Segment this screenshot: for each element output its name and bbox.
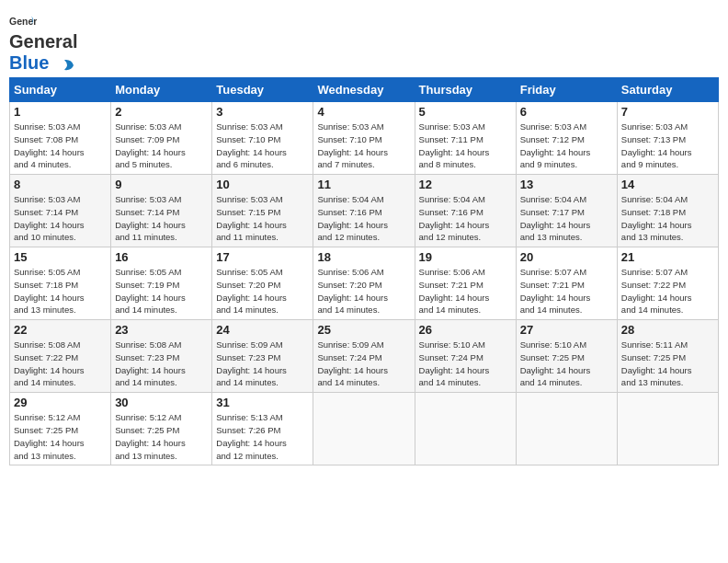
calendar-table: SundayMondayTuesdayWednesdayThursdayFrid… (9, 77, 719, 465)
day-info: Sunrise: 5:05 AM Sunset: 7:20 PM Dayligh… (216, 267, 287, 315)
day-number: 13 (520, 178, 613, 191)
day-info: Sunrise: 5:03 AM Sunset: 7:12 PM Dayligh… (520, 121, 591, 169)
day-number: 17 (216, 250, 309, 264)
day-number: 6 (520, 105, 613, 119)
calendar-cell: 21 Sunrise: 5:07 AM Sunset: 7:22 PM Dayl… (617, 247, 718, 320)
calendar-cell: 8 Sunrise: 5:03 AM Sunset: 7:14 PM Dayli… (10, 175, 111, 247)
day-number: 24 (216, 323, 309, 337)
day-number: 18 (317, 250, 410, 264)
weekday-header-friday: Friday (516, 78, 617, 102)
calendar-cell: 11 Sunrise: 5:04 AM Sunset: 7:16 PM Dayl… (313, 175, 415, 247)
calendar-cell: 10 Sunrise: 5:03 AM Sunset: 7:15 PM Dayl… (212, 175, 313, 247)
day-number: 1 (14, 105, 107, 119)
calendar-cell: 1 Sunrise: 5:03 AM Sunset: 7:08 PM Dayli… (10, 102, 111, 175)
day-number: 15 (14, 250, 107, 264)
day-info: Sunrise: 5:09 AM Sunset: 7:23 PM Dayligh… (216, 339, 287, 387)
calendar-cell: 14 Sunrise: 5:04 AM Sunset: 7:18 PM Dayl… (617, 175, 718, 247)
day-info: Sunrise: 5:03 AM Sunset: 7:08 PM Dayligh… (14, 121, 85, 169)
calendar-cell: 4 Sunrise: 5:03 AM Sunset: 7:10 PM Dayli… (313, 102, 415, 175)
calendar-cell: 25 Sunrise: 5:09 AM Sunset: 7:24 PM Dayl… (313, 320, 415, 393)
calendar-cell (313, 393, 415, 465)
calendar-week-row: 15 Sunrise: 5:05 AM Sunset: 7:18 PM Dayl… (10, 247, 719, 320)
calendar-cell: 6 Sunrise: 5:03 AM Sunset: 7:12 PM Dayli… (516, 102, 617, 175)
calendar-week-row: 29 Sunrise: 5:12 AM Sunset: 7:25 PM Dayl… (10, 393, 719, 465)
calendar-cell: 15 Sunrise: 5:05 AM Sunset: 7:18 PM Dayl… (10, 247, 111, 320)
day-info: Sunrise: 5:03 AM Sunset: 7:15 PM Dayligh… (216, 194, 287, 242)
logo: General General Blue (9, 15, 77, 74)
day-info: Sunrise: 5:04 AM Sunset: 7:17 PM Dayligh… (520, 194, 591, 242)
day-number: 5 (419, 105, 512, 119)
calendar-cell: 22 Sunrise: 5:08 AM Sunset: 7:22 PM Dayl… (10, 320, 111, 393)
calendar-cell: 30 Sunrise: 5:12 AM Sunset: 7:25 PM Dayl… (111, 393, 212, 465)
day-info: Sunrise: 5:03 AM Sunset: 7:10 PM Dayligh… (317, 121, 388, 169)
calendar-cell: 23 Sunrise: 5:08 AM Sunset: 7:23 PM Dayl… (111, 320, 212, 393)
calendar-cell: 17 Sunrise: 5:05 AM Sunset: 7:20 PM Dayl… (212, 247, 313, 320)
calendar-week-row: 8 Sunrise: 5:03 AM Sunset: 7:14 PM Dayli… (10, 175, 719, 247)
calendar-cell: 24 Sunrise: 5:09 AM Sunset: 7:23 PM Dayl… (212, 320, 313, 393)
day-info: Sunrise: 5:05 AM Sunset: 7:19 PM Dayligh… (115, 267, 186, 315)
day-number: 2 (115, 105, 208, 119)
day-number: 21 (621, 250, 714, 264)
day-number: 14 (621, 178, 714, 191)
calendar-cell: 18 Sunrise: 5:06 AM Sunset: 7:20 PM Dayl… (313, 247, 415, 320)
day-number: 28 (621, 323, 714, 337)
day-info: Sunrise: 5:04 AM Sunset: 7:18 PM Dayligh… (621, 194, 692, 242)
day-info: Sunrise: 5:12 AM Sunset: 7:25 PM Dayligh… (14, 412, 85, 460)
day-number: 7 (621, 105, 714, 119)
day-info: Sunrise: 5:07 AM Sunset: 7:22 PM Dayligh… (621, 267, 692, 315)
weekday-header-tuesday: Tuesday (212, 78, 313, 102)
day-info: Sunrise: 5:03 AM Sunset: 7:14 PM Dayligh… (14, 194, 85, 242)
day-number: 8 (14, 178, 107, 191)
day-info: Sunrise: 5:13 AM Sunset: 7:26 PM Dayligh… (216, 412, 287, 460)
calendar-cell (516, 393, 617, 465)
calendar-cell: 19 Sunrise: 5:06 AM Sunset: 7:21 PM Dayl… (415, 247, 516, 320)
day-info: Sunrise: 5:12 AM Sunset: 7:25 PM Dayligh… (115, 412, 186, 460)
day-info: Sunrise: 5:06 AM Sunset: 7:21 PM Dayligh… (419, 267, 490, 315)
day-info: Sunrise: 5:09 AM Sunset: 7:24 PM Dayligh… (317, 339, 388, 387)
day-number: 12 (419, 178, 512, 191)
calendar-cell: 3 Sunrise: 5:03 AM Sunset: 7:10 PM Dayli… (212, 102, 313, 175)
day-number: 16 (115, 250, 208, 264)
day-number: 23 (115, 323, 208, 337)
weekday-header-monday: Monday (111, 78, 212, 102)
day-info: Sunrise: 5:03 AM Sunset: 7:14 PM Dayligh… (115, 194, 186, 242)
calendar-cell: 26 Sunrise: 5:10 AM Sunset: 7:24 PM Dayl… (415, 320, 516, 393)
calendar-body: 1 Sunrise: 5:03 AM Sunset: 7:08 PM Dayli… (10, 102, 719, 465)
day-number: 29 (14, 396, 107, 409)
day-number: 25 (317, 323, 410, 337)
day-number: 26 (419, 323, 512, 337)
day-number: 3 (216, 105, 309, 119)
day-info: Sunrise: 5:03 AM Sunset: 7:09 PM Dayligh… (115, 121, 186, 169)
page-header: General General Blue (9, 9, 719, 74)
day-info: Sunrise: 5:07 AM Sunset: 7:21 PM Dayligh… (520, 267, 591, 315)
logo-general: General (9, 31, 77, 52)
calendar-cell: 9 Sunrise: 5:03 AM Sunset: 7:14 PM Dayli… (111, 175, 212, 247)
day-number: 22 (14, 323, 107, 337)
day-info: Sunrise: 5:05 AM Sunset: 7:18 PM Dayligh… (14, 267, 85, 315)
calendar-cell: 28 Sunrise: 5:11 AM Sunset: 7:25 PM Dayl… (617, 320, 718, 393)
day-number: 30 (115, 396, 208, 409)
weekday-header-sunday: Sunday (10, 78, 111, 102)
day-info: Sunrise: 5:04 AM Sunset: 7:16 PM Dayligh… (419, 194, 490, 242)
calendar-week-row: 1 Sunrise: 5:03 AM Sunset: 7:08 PM Dayli… (10, 102, 719, 175)
calendar-cell: 31 Sunrise: 5:13 AM Sunset: 7:26 PM Dayl… (212, 393, 313, 465)
day-number: 4 (317, 105, 410, 119)
day-number: 9 (115, 178, 208, 191)
day-info: Sunrise: 5:04 AM Sunset: 7:16 PM Dayligh… (317, 194, 388, 242)
weekday-header-thursday: Thursday (415, 78, 516, 102)
logo-blue: Blue (9, 52, 49, 73)
day-number: 19 (419, 250, 512, 264)
day-info: Sunrise: 5:03 AM Sunset: 7:13 PM Dayligh… (621, 121, 692, 169)
day-number: 10 (216, 178, 309, 191)
day-info: Sunrise: 5:10 AM Sunset: 7:25 PM Dayligh… (520, 339, 591, 387)
day-number: 27 (520, 323, 613, 337)
calendar-cell (415, 393, 516, 465)
weekday-header-wednesday: Wednesday (313, 78, 415, 102)
calendar-cell: 12 Sunrise: 5:04 AM Sunset: 7:16 PM Dayl… (415, 175, 516, 247)
day-number: 31 (216, 396, 309, 409)
day-info: Sunrise: 5:03 AM Sunset: 7:11 PM Dayligh… (419, 121, 490, 169)
calendar-cell: 29 Sunrise: 5:12 AM Sunset: 7:25 PM Dayl… (10, 393, 111, 465)
day-info: Sunrise: 5:08 AM Sunset: 7:22 PM Dayligh… (14, 339, 85, 387)
calendar-cell: 27 Sunrise: 5:10 AM Sunset: 7:25 PM Dayl… (516, 320, 617, 393)
calendar-cell: 20 Sunrise: 5:07 AM Sunset: 7:21 PM Dayl… (516, 247, 617, 320)
